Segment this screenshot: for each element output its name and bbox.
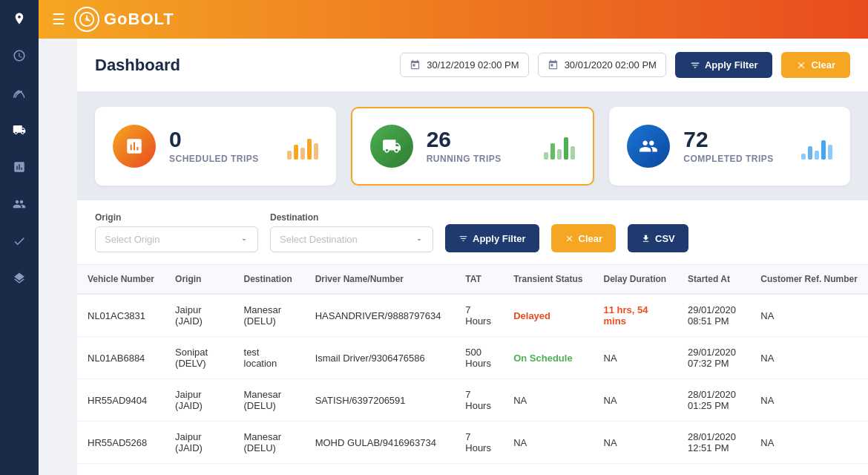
col-status: Transient Status [503,265,593,294]
col-vehicle: Vehicle Number [77,265,165,294]
apply-filter-sm-button[interactable]: Apply Filter [445,224,539,252]
completed-chart [801,133,832,160]
cell-started: 27/01/2020 05:53 PM [677,464,750,476]
origin-filter-group: Origin Select Origin [95,212,258,252]
table-row: NL01AC3831 Jaipur (JAID) Manesar (DELU) … [77,294,868,337]
cell-destination: Manesar (DELU) [234,379,305,422]
col-delay: Delay Duration [594,265,677,294]
date-from-box[interactable]: 30/12/2019 02:00 PM [400,53,528,77]
apply-filter-button[interactable]: Apply Filter [675,52,773,78]
scheduled-chart [287,133,318,160]
cell-status: NA [503,379,593,422]
col-ref: Customer Ref. Number [750,265,868,294]
scheduled-label: SCHEDULED TRIPS [169,154,274,164]
calendar-icon-from [410,59,421,71]
origin-label: Origin [95,212,258,223]
cell-tat: 56 Hours [455,464,503,476]
cell-destination: Manesar (DELU) [234,422,305,464]
cell-ref: NA [750,422,868,464]
destination-select[interactable]: Select Destination [270,226,433,252]
csv-button[interactable]: CSV [628,224,688,252]
cell-delay: 11 hrs, 54 mins [594,294,677,337]
date-from-value: 30/12/2019 02:00 PM [427,59,519,71]
clear-icon [796,60,806,71]
scheduled-icon [113,125,156,168]
date-to-value: 30/01/2020 02:00 PM [565,59,657,71]
cell-started: 28/01/2020 12:51 PM [677,422,750,464]
completed-trips-card: 72 COMPLETED TRIPS [609,107,850,186]
table-row: HV23F56790 Jamalpur (NCRX) Manesar (DELU… [77,464,868,476]
col-tat: TAT [455,265,503,294]
calendar-icon-to [548,59,559,71]
sidebar-item-clock[interactable] [0,37,39,74]
destination-label: Destination [270,212,433,223]
date-to-box[interactable]: 30/01/2020 02:00 PM [538,53,666,77]
cell-started: 29/01/2020 08:51 PM [677,294,750,337]
running-info: 26 RUNNING TRIPS [427,128,531,164]
cell-destination: test location [234,337,305,379]
cell-destination: Manesar (DELU) [234,294,305,337]
cell-delay: NA [594,464,677,476]
cell-delay: NA [594,337,677,379]
page-title: Dashboard [95,56,400,75]
cell-tat: 500 Hours [455,337,503,379]
stats-row: 0 SCHEDULED TRIPS 26 RUNNING TRIPS [77,92,868,200]
cell-driver: HASANDRIVER/9888797634 [305,294,456,337]
sidebar-item-check[interactable] [0,223,39,260]
cell-delay: NA [594,422,677,464]
main-content: ☰ GoBOLT Dashboard 30/12/2019 02:00 PM 3… [77,39,868,475]
table-header-row: Vehicle Number Origin Destination Driver… [77,265,868,294]
trips-table: Vehicle Number Origin Destination Driver… [77,265,868,475]
cell-driver: MOHD GULAB/9416963734 [305,422,456,464]
clear-button[interactable]: Clear [781,52,850,78]
table-row: HR55AD5268 Jaipur (JAID) Manesar (DELU) … [77,422,868,464]
chevron-down-icon [240,235,249,244]
sidebar [0,0,39,475]
running-count: 26 [427,128,531,151]
dashboard-header: Dashboard 30/12/2019 02:00 PM 30/01/2020… [77,39,868,92]
filter-icon-sm [458,234,468,243]
clear-icon-sm [565,234,574,243]
cell-origin: Jaipur (JAID) [165,422,233,464]
cell-ref: NA [750,379,868,422]
cell-tat: 7 Hours [455,379,503,422]
scheduled-count: 0 [169,128,274,151]
filter-row: Origin Select Origin Destination Select … [77,200,868,265]
cell-ref: NA [750,464,868,476]
running-chart [544,133,575,160]
trips-table-container: Vehicle Number Origin Destination Driver… [77,265,868,475]
col-started: Started At [677,265,750,294]
running-icon [370,125,413,168]
sidebar-item-chart[interactable] [0,148,39,186]
cell-driver: NARESH CHANDRA DRIVER/70076... [305,464,456,476]
running-label: RUNNING TRIPS [427,154,531,164]
sidebar-item-flow[interactable] [0,186,39,223]
completed-icon [627,125,670,168]
destination-filter-group: Destination Select Destination [270,212,433,252]
cell-ref: NA [750,294,868,337]
clear-sm-button[interactable]: Clear [551,224,617,252]
col-destination: Destination [234,265,305,294]
origin-select[interactable]: Select Origin [95,226,258,252]
sidebar-item-waves[interactable] [0,74,39,111]
sidebar-item-layers[interactable] [0,260,39,297]
cell-origin: Jaipur (JAID) [165,379,233,422]
cell-status: NA [503,464,593,476]
cell-driver: Ismail Driver/9306476586 [305,337,456,379]
cell-vehicle: HR55AD5268 [77,422,165,464]
cell-destination: Manesar (DELU) [234,464,305,476]
completed-label: COMPLETED TRIPS [683,154,788,164]
cell-ref: NA [750,337,868,379]
cell-vehicle: NL01AB6884 [77,337,165,379]
download-icon [641,234,651,243]
filter-icon [690,60,700,71]
scheduled-info: 0 SCHEDULED TRIPS [169,128,274,164]
sidebar-item-truck[interactable] [0,111,39,148]
scheduled-trips-card: 0 SCHEDULED TRIPS [95,107,336,186]
chevron-down-icon-dest [415,235,424,244]
cell-origin: Jamalpur (NCRX) [165,464,233,476]
sidebar-item-location[interactable] [0,0,39,37]
cell-origin: Sonipat (DELV) [165,337,233,379]
completed-info: 72 COMPLETED TRIPS [683,128,788,164]
running-trips-card: 26 RUNNING TRIPS [351,107,595,186]
